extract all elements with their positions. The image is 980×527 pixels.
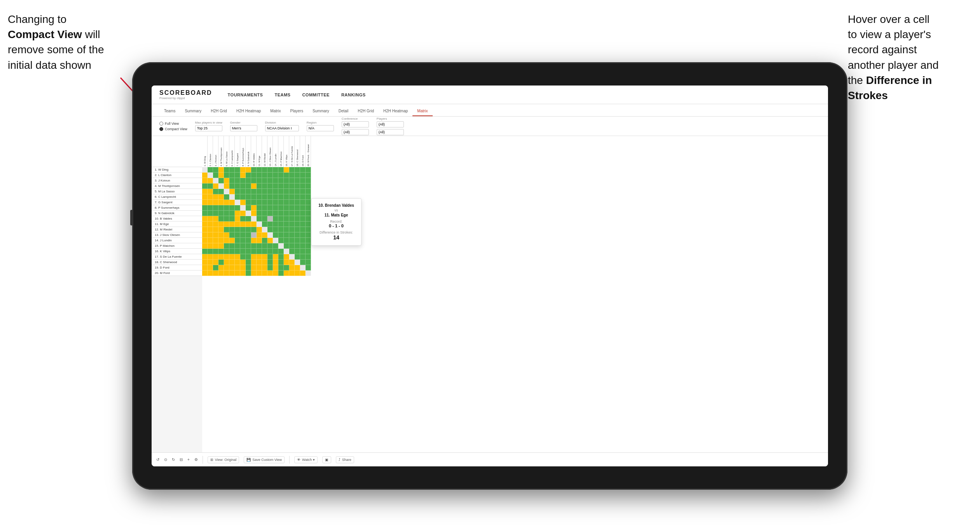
matrix-cell[interactable]: [273, 270, 278, 276]
matrix-cell[interactable]: [251, 216, 257, 222]
compact-view-radio[interactable]: [159, 127, 163, 131]
matrix-cell[interactable]: [251, 211, 257, 216]
matrix-cell[interactable]: [251, 194, 257, 200]
matrix-cell[interactable]: [240, 238, 246, 243]
matrix-cell[interactable]: [246, 249, 251, 254]
full-view-option[interactable]: Full View: [159, 122, 187, 126]
matrix-cell[interactable]: [289, 183, 295, 189]
matrix-cell[interactable]: [267, 205, 273, 211]
matrix-cell[interactable]: [208, 222, 213, 227]
players-select2[interactable]: (All): [377, 129, 404, 135]
matrix-cell[interactable]: [235, 232, 240, 238]
matrix-cell[interactable]: [267, 194, 273, 200]
matrix-cell[interactable]: [235, 173, 240, 178]
matrix-cell[interactable]: [208, 254, 213, 260]
matrix-cell[interactable]: [235, 265, 240, 270]
matrix-cell[interactable]: [208, 178, 213, 183]
matrix-cell[interactable]: [202, 183, 208, 189]
matrix-cell[interactable]: [240, 200, 246, 205]
matrix-cell[interactable]: [257, 254, 262, 260]
matrix-cell[interactable]: [213, 178, 218, 183]
matrix-cell[interactable]: [240, 222, 246, 227]
matrix-cell[interactable]: [224, 205, 229, 211]
matrix-cell[interactable]: [284, 265, 289, 270]
matrix-cell[interactable]: [229, 173, 235, 178]
matrix-cell[interactable]: [284, 270, 289, 276]
matrix-cell[interactable]: [295, 243, 300, 249]
matrix-cell[interactable]: [300, 260, 306, 265]
matrix-cell[interactable]: [284, 254, 289, 260]
matrix-cell[interactable]: [229, 249, 235, 254]
matrix-cell[interactable]: [235, 178, 240, 183]
matrix-cell[interactable]: [224, 260, 229, 265]
matrix-cell[interactable]: [278, 222, 284, 227]
matrix-cell[interactable]: [224, 232, 229, 238]
matrix-cell[interactable]: [246, 211, 251, 216]
matrix-cell[interactable]: [235, 194, 240, 200]
matrix-cell[interactable]: [284, 216, 289, 222]
tab-matrix2[interactable]: Matrix: [412, 106, 432, 116]
matrix-cell[interactable]: [262, 243, 267, 249]
matrix-cell[interactable]: [278, 200, 284, 205]
matrix-cell[interactable]: [306, 173, 311, 178]
division-select[interactable]: NCAA Division I: [265, 125, 299, 131]
settings-icon[interactable]: ⚙: [194, 457, 198, 462]
undo-icon[interactable]: ↺: [156, 457, 159, 462]
matrix-cell[interactable]: [262, 227, 267, 232]
matrix-cell[interactable]: [251, 265, 257, 270]
matrix-cell[interactable]: [284, 189, 289, 194]
matrix-cell[interactable]: [213, 249, 218, 254]
matrix-cell[interactable]: [278, 194, 284, 200]
region-select[interactable]: N/A (All): [307, 125, 334, 131]
matrix-cell[interactable]: [218, 227, 224, 232]
matrix-cell[interactable]: [251, 183, 257, 189]
matrix-cell[interactable]: [235, 227, 240, 232]
matrix-cell[interactable]: [202, 270, 208, 276]
matrix-cell[interactable]: [229, 211, 235, 216]
tab-h2h-grid1[interactable]: H2H Grid: [206, 106, 232, 116]
matrix-cell[interactable]: [240, 167, 246, 173]
matrix-cell[interactable]: [273, 178, 278, 183]
matrix-cell[interactable]: [273, 232, 278, 238]
plus-icon[interactable]: +: [187, 457, 190, 462]
matrix-cell[interactable]: [273, 200, 278, 205]
matrix-cell[interactable]: [208, 216, 213, 222]
matrix-cell[interactable]: [289, 222, 295, 227]
matrix-cell[interactable]: [306, 189, 311, 194]
matrix-cell[interactable]: [213, 243, 218, 249]
matrix-cell[interactable]: [300, 178, 306, 183]
matrix-cell[interactable]: [208, 167, 213, 173]
matrix-cell[interactable]: [246, 178, 251, 183]
matrix-cell[interactable]: [240, 227, 246, 232]
matrix-cell[interactable]: [224, 249, 229, 254]
matrix-cell[interactable]: [213, 205, 218, 211]
matrix-cell[interactable]: [246, 173, 251, 178]
nav-committee[interactable]: COMMITTEE: [302, 92, 330, 97]
matrix-cell[interactable]: [240, 205, 246, 211]
matrix-cell[interactable]: [224, 227, 229, 232]
compact-view-option[interactable]: Compact View: [159, 127, 187, 131]
matrix-cell[interactable]: [273, 243, 278, 249]
matrix-cell[interactable]: [278, 211, 284, 216]
matrix-cell[interactable]: [235, 243, 240, 249]
matrix-cell[interactable]: [213, 227, 218, 232]
matrix-cell[interactable]: [235, 249, 240, 254]
matrix-cell[interactable]: [306, 183, 311, 189]
matrix-cell[interactable]: [278, 254, 284, 260]
matrix-cell[interactable]: [289, 167, 295, 173]
matrix-cell[interactable]: [229, 183, 235, 189]
matrix-cell[interactable]: [295, 189, 300, 194]
matrix-cell[interactable]: [284, 167, 289, 173]
matrix-cell[interactable]: [300, 200, 306, 205]
matrix-cell[interactable]: [218, 200, 224, 205]
matrix-cell[interactable]: [295, 200, 300, 205]
tab-h2h-heatmap2[interactable]: H2H Heatmap: [379, 106, 412, 116]
matrix-cell[interactable]: [295, 194, 300, 200]
matrix-cell[interactable]: [295, 232, 300, 238]
matrix-cell[interactable]: [224, 183, 229, 189]
matrix-cell[interactable]: [213, 173, 218, 178]
matrix-cell[interactable]: [246, 222, 251, 227]
matrix-cell[interactable]: [202, 238, 208, 243]
zoom-icon[interactable]: ⊙: [164, 457, 167, 462]
matrix-cell[interactable]: [235, 254, 240, 260]
